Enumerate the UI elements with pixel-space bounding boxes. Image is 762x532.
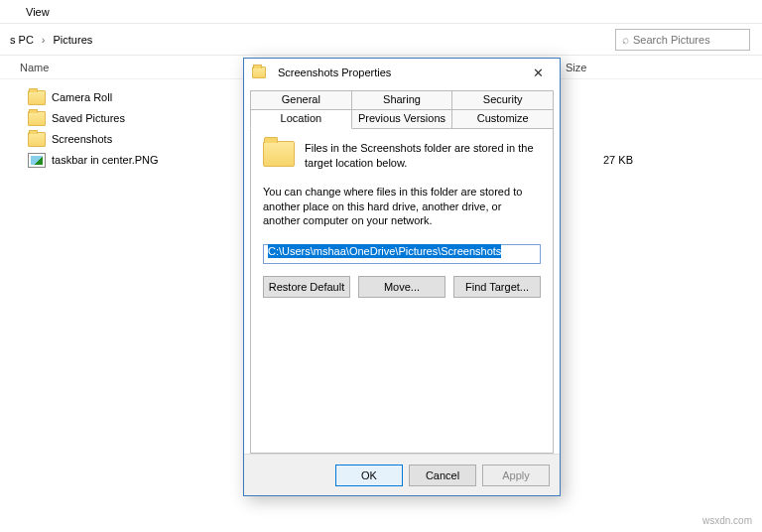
tab-location[interactable]: Location — [250, 109, 352, 129]
path-text-selected: C:\Users\mshaa\OneDrive\Pictures\Screens… — [268, 244, 501, 258]
cancel-button[interactable]: Cancel — [409, 465, 476, 486]
file-name: Saved Pictures — [52, 112, 125, 124]
tab-security[interactable]: Security — [452, 90, 554, 110]
folder-large-icon — [263, 141, 295, 167]
tab-customize[interactable]: Customize — [452, 109, 554, 129]
search-input[interactable] — [633, 34, 743, 46]
folder-icon — [28, 132, 46, 147]
dialog-titlebar[interactable]: Screenshots Properties ✕ — [244, 59, 560, 86]
file-name: Camera Roll — [52, 91, 112, 103]
file-name: taskbar in center.PNG — [52, 154, 159, 166]
chevron-right-icon: › — [38, 34, 50, 46]
move-button[interactable]: Move... — [358, 276, 445, 298]
menubar: View — [0, 0, 762, 24]
close-icon: ✕ — [533, 66, 544, 80]
tab-general[interactable]: General — [250, 90, 352, 110]
file-name: Screenshots — [52, 133, 112, 145]
tab-previous-versions[interactable]: Previous Versions — [352, 109, 453, 129]
find-target-button[interactable]: Find Target... — [453, 276, 541, 298]
breadcrumb-pc[interactable]: s PC — [6, 34, 38, 46]
search-icon: ⌕ — [622, 33, 629, 47]
watermark: wsxdn.com — [702, 515, 752, 526]
menu-view[interactable]: View — [18, 4, 58, 20]
dialog-footer: OK Cancel Apply — [244, 454, 560, 495]
location-description-2: You can change where files in this folde… — [263, 185, 541, 229]
ok-button[interactable]: OK — [335, 465, 403, 486]
tab-content: Files in the Screenshots folder are stor… — [250, 129, 554, 454]
tab-row-1: General Sharing Security — [250, 90, 554, 110]
image-file-icon — [28, 153, 46, 168]
tab-row-2: Location Previous Versions Customize — [250, 109, 554, 129]
restore-default-button[interactable]: Restore Default — [263, 276, 350, 298]
address-bar: s PC › Pictures ⌕ — [0, 24, 762, 56]
file-size: 27 KB — [603, 154, 633, 166]
breadcrumb[interactable]: s PC › Pictures — [6, 34, 96, 46]
tab-sharing[interactable]: Sharing — [352, 90, 453, 110]
properties-dialog: Screenshots Properties ✕ General Sharing… — [243, 58, 561, 496]
location-description-1: Files in the Screenshots folder are stor… — [305, 141, 541, 171]
column-size[interactable]: Size — [566, 62, 625, 73]
close-button[interactable]: ✕ — [524, 63, 552, 82]
folder-icon — [252, 66, 266, 78]
breadcrumb-pictures[interactable]: Pictures — [50, 34, 97, 46]
dialog-title: Screenshots Properties — [278, 66, 391, 78]
location-path-input[interactable]: C:\Users\mshaa\OneDrive\Pictures\Screens… — [263, 244, 541, 264]
folder-icon — [28, 111, 46, 126]
search-box[interactable]: ⌕ — [615, 29, 750, 51]
apply-button[interactable]: Apply — [482, 465, 550, 486]
folder-icon — [28, 90, 46, 105]
